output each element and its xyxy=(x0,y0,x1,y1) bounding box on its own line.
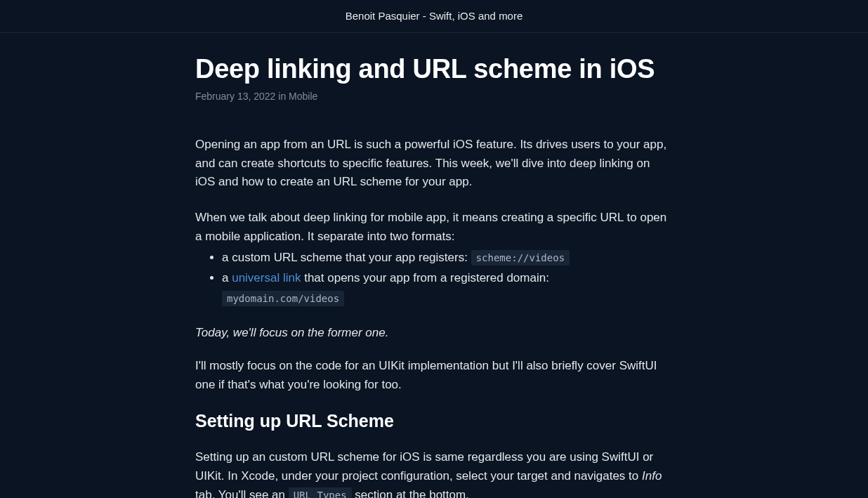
universal-link-link[interactable]: universal link xyxy=(232,271,301,284)
body-text: Setting up an custom URL scheme for iOS … xyxy=(195,450,653,483)
list-item: a universal link that opens your app fro… xyxy=(222,268,673,309)
bullet-text: a custom URL scheme that your app regist… xyxy=(222,251,471,264)
focus-note: Today, we'll focus on the former one. xyxy=(195,326,673,340)
in-separator: in xyxy=(278,91,286,102)
post-date: February 13, 2022 xyxy=(195,91,275,102)
body-text: section at the bottom. xyxy=(352,488,469,498)
site-title-link[interactable]: Benoit Pasquier - Swift, iOS and more xyxy=(346,10,523,22)
category-link[interactable]: Mobile xyxy=(289,91,317,102)
bullet-text: that opens your app from a registered do… xyxy=(301,271,548,284)
post-meta: February 13, 2022 in Mobile xyxy=(195,91,673,102)
page-title: Deep linking and URL scheme in iOS xyxy=(195,54,673,85)
body-paragraph: I'll mostly focus on the code for an UIK… xyxy=(195,357,673,395)
formats-intro-paragraph: When we talk about deep linking for mobi… xyxy=(195,209,673,247)
inline-code: mydomain.com/videos xyxy=(222,291,344,306)
intro-paragraph: Opening an app from an URL is such a pow… xyxy=(195,136,673,192)
setup-paragraph: Setting up an custom URL scheme for iOS … xyxy=(195,448,673,498)
article-content: Deep linking and URL scheme in iOS Febru… xyxy=(195,33,673,498)
inline-code: scheme://videos xyxy=(471,250,570,266)
list-item: a custom URL scheme that your app regist… xyxy=(222,248,673,268)
inline-code: URL Types xyxy=(289,487,352,498)
info-tab-term: Info xyxy=(642,469,662,483)
formats-list: a custom URL scheme that your app regist… xyxy=(195,248,673,309)
body-text: tab. You'll see an xyxy=(195,488,289,498)
bullet-text: a xyxy=(222,271,232,284)
section-heading: Setting up URL Scheme xyxy=(195,411,673,431)
site-header: Benoit Pasquier - Swift, iOS and more xyxy=(0,0,868,33)
